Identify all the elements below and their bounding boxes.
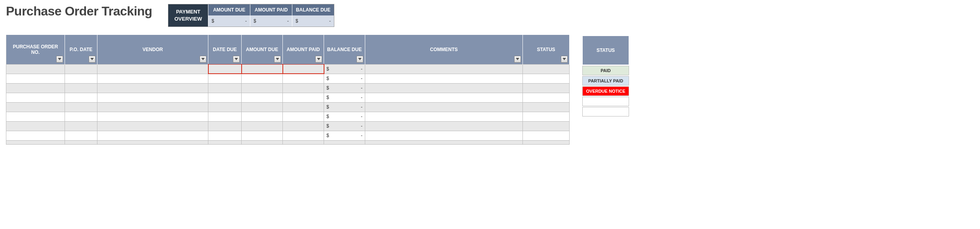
cell[interactable]	[97, 83, 208, 93]
cell[interactable]	[365, 64, 523, 74]
cell[interactable]: $-	[324, 64, 365, 74]
cell[interactable]	[97, 93, 208, 102]
cell[interactable]	[208, 121, 242, 131]
cell[interactable]: $-	[324, 93, 365, 102]
cell[interactable]	[242, 140, 283, 144]
cell[interactable]	[208, 74, 242, 83]
svg-marker-4	[276, 58, 279, 60]
cell[interactable]	[65, 93, 97, 102]
cell[interactable]	[65, 102, 97, 112]
filter-dropdown-icon[interactable]	[233, 56, 240, 63]
col-header: PURCHASE ORDER NO.	[6, 35, 65, 64]
cell[interactable]	[283, 93, 324, 102]
cell[interactable]	[65, 74, 97, 83]
cell[interactable]	[283, 74, 324, 83]
table-row: $-	[6, 102, 570, 112]
cell[interactable]	[283, 83, 324, 93]
cell[interactable]	[283, 112, 324, 121]
filter-dropdown-icon[interactable]	[561, 56, 568, 63]
cell[interactable]	[208, 131, 242, 140]
cell[interactable]	[523, 112, 570, 121]
filter-dropdown-icon[interactable]	[200, 56, 206, 63]
cell[interactable]	[208, 64, 242, 74]
cell[interactable]	[283, 140, 324, 144]
cell[interactable]	[365, 112, 523, 121]
cell[interactable]	[523, 64, 570, 74]
cell[interactable]	[65, 64, 97, 74]
cell[interactable]	[365, 83, 523, 93]
svg-marker-3	[235, 58, 238, 60]
cell[interactable]	[97, 121, 208, 131]
filter-dropdown-icon[interactable]	[315, 56, 322, 63]
cell[interactable]	[365, 102, 523, 112]
col-header: AMOUNT PAID	[283, 35, 324, 64]
cell[interactable]	[97, 131, 208, 140]
svg-marker-7	[516, 58, 519, 60]
cell[interactable]	[365, 131, 523, 140]
cell[interactable]	[242, 83, 283, 93]
filter-dropdown-icon[interactable]	[89, 56, 95, 63]
cell[interactable]	[283, 131, 324, 140]
cell[interactable]	[65, 140, 97, 144]
cell[interactable]	[6, 112, 65, 121]
cell[interactable]	[523, 74, 570, 83]
cell[interactable]: $-	[324, 74, 365, 83]
cell[interactable]	[242, 64, 283, 74]
cell[interactable]	[65, 121, 97, 131]
cell[interactable]	[523, 83, 570, 93]
cell[interactable]	[208, 112, 242, 121]
cell[interactable]	[208, 93, 242, 102]
cell[interactable]	[242, 112, 283, 121]
filter-dropdown-icon[interactable]	[514, 56, 521, 63]
cell[interactable]	[324, 140, 365, 144]
svg-marker-8	[562, 58, 566, 60]
cell[interactable]	[365, 74, 523, 83]
cell[interactable]	[242, 74, 283, 83]
filter-dropdown-icon[interactable]	[56, 56, 63, 63]
cell[interactable]	[283, 121, 324, 131]
cell[interactable]	[97, 74, 208, 83]
cell[interactable]	[523, 140, 570, 144]
cell[interactable]	[97, 102, 208, 112]
cell[interactable]	[208, 102, 242, 112]
cell[interactable]: $-	[324, 121, 365, 131]
cell[interactable]	[242, 102, 283, 112]
cell[interactable]	[523, 121, 570, 131]
cell[interactable]	[6, 140, 65, 144]
cell[interactable]	[97, 112, 208, 121]
cell[interactable]	[242, 93, 283, 102]
cell[interactable]	[97, 140, 208, 144]
cell[interactable]	[365, 121, 523, 131]
cell[interactable]	[6, 121, 65, 131]
cell[interactable]	[6, 131, 65, 140]
cell[interactable]	[65, 83, 97, 93]
cell[interactable]: $-	[324, 112, 365, 121]
cell[interactable]	[208, 83, 242, 93]
cell[interactable]	[242, 131, 283, 140]
cell[interactable]	[6, 64, 65, 74]
cell[interactable]: $-	[324, 102, 365, 112]
cell[interactable]	[65, 112, 97, 121]
cell[interactable]	[97, 64, 208, 74]
cell[interactable]	[283, 102, 324, 112]
cell[interactable]	[523, 102, 570, 112]
overview-label: PAYMENT OVERVIEW	[168, 4, 208, 27]
table-row: $-	[6, 64, 570, 74]
cell[interactable]	[242, 121, 283, 131]
cell[interactable]	[6, 83, 65, 93]
cell[interactable]: $-	[324, 131, 365, 140]
cell[interactable]	[6, 102, 65, 112]
cell[interactable]	[523, 131, 570, 140]
cell[interactable]	[365, 140, 523, 144]
cell[interactable]	[6, 74, 65, 83]
cell[interactable]	[283, 64, 324, 74]
cell[interactable]	[65, 131, 97, 140]
filter-dropdown-icon[interactable]	[274, 56, 281, 63]
filter-dropdown-icon[interactable]	[357, 56, 363, 63]
cell[interactable]	[523, 93, 570, 102]
cell[interactable]	[6, 93, 65, 102]
cell[interactable]	[365, 93, 523, 102]
overview-label-line2: OVERVIEW	[172, 15, 204, 23]
cell[interactable]: $-	[324, 83, 365, 93]
cell[interactable]	[208, 140, 242, 144]
